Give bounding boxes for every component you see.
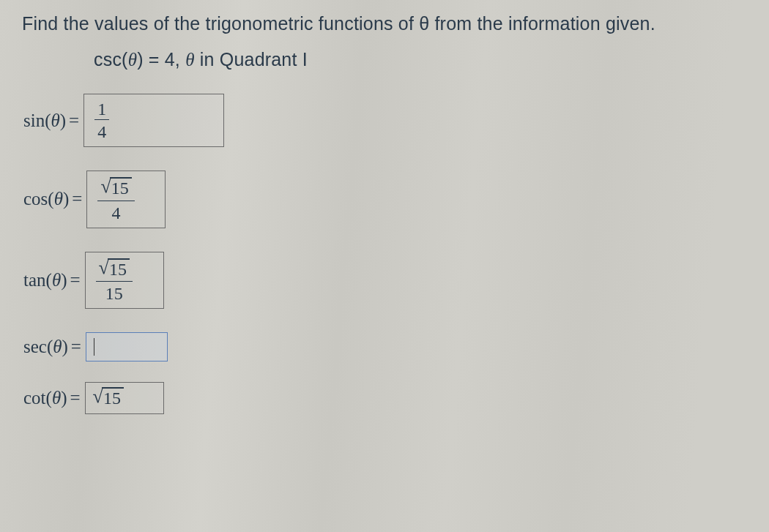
cos-label: cos(θ) (23, 189, 69, 209)
sin-fraction: 1 4 (94, 100, 109, 141)
sin-answer-box[interactable]: 1 4 (83, 94, 224, 147)
tan-sqrt: √ 15 (99, 258, 130, 280)
given-suffix: in Quadrant I (195, 49, 308, 70)
sin-numerator: 1 (94, 100, 109, 120)
sin-label-suffix: ) (60, 110, 66, 130)
given-func-prefix: csc( (94, 49, 128, 70)
tan-row: tan(θ) = √ 15 15 (23, 252, 754, 310)
cot-sqrt: √ 15 (93, 387, 124, 409)
cot-row: cot(θ) = √ 15 (23, 382, 754, 414)
tan-label-suffix: ) (61, 270, 67, 290)
sec-answer-box[interactable] (86, 332, 168, 361)
sin-row: sin(θ) = 1 4 (23, 94, 754, 147)
sec-theta: θ (53, 337, 62, 356)
tan-fraction: √ 15 15 (96, 258, 133, 303)
sin-label-prefix: sin( (23, 110, 51, 130)
tan-denominator: 15 (103, 282, 126, 302)
cos-label-suffix: ) (63, 189, 69, 209)
problem-prompt: Find the values of the trigonometric fun… (22, 13, 754, 34)
cot-label: cot(θ) (23, 388, 67, 408)
cos-fraction: √ 15 4 (97, 177, 134, 222)
tan-answer-box[interactable]: √ 15 15 (85, 252, 164, 310)
tan-radicand: 15 (108, 258, 130, 280)
sin-denominator: 4 (94, 120, 109, 141)
cos-theta: θ (54, 189, 63, 209)
tan-label-prefix: tan( (23, 270, 52, 290)
cos-answer-box[interactable]: √ 15 4 (86, 171, 166, 228)
equals-sign: = (72, 189, 82, 209)
sin-label: sin(θ) (23, 110, 66, 131)
given-after-var: ) = 4, (137, 49, 185, 70)
cot-label-prefix: cot( (23, 388, 52, 408)
exercise-page: Find the values of the trigonometric fun… (0, 0, 769, 414)
equals-sign: = (69, 110, 79, 131)
cot-theta: θ (52, 388, 61, 408)
sec-label: sec(θ) (23, 337, 68, 357)
equals-sign: = (70, 270, 80, 291)
cot-label-suffix: ) (61, 388, 67, 408)
sec-row: sec(θ) = (23, 332, 754, 361)
cos-denominator: 4 (109, 201, 124, 222)
tan-theta: θ (52, 270, 61, 290)
equals-sign: = (70, 388, 80, 408)
given-info: csc(θ) = 4, θ in Quadrant I (94, 49, 754, 70)
sec-label-suffix: ) (62, 337, 68, 356)
cos-numerator: √ 15 (97, 177, 134, 201)
given-theta-2: θ (185, 50, 194, 70)
sec-label-prefix: sec( (23, 337, 53, 356)
tan-label: tan(θ) (23, 270, 67, 291)
given-theta-1: θ (128, 50, 137, 70)
sin-theta: θ (51, 110, 60, 130)
cos-radicand: 15 (110, 177, 132, 199)
equals-sign: = (71, 337, 81, 357)
cos-row: cos(θ) = √ 15 4 (23, 171, 754, 228)
text-cursor-icon (94, 338, 94, 356)
cot-radicand: 15 (102, 387, 124, 409)
cot-answer-box[interactable]: √ 15 (85, 382, 164, 414)
tan-numerator: √ 15 (96, 258, 133, 282)
cos-label-prefix: cos( (23, 189, 54, 209)
cos-sqrt: √ 15 (100, 177, 131, 199)
